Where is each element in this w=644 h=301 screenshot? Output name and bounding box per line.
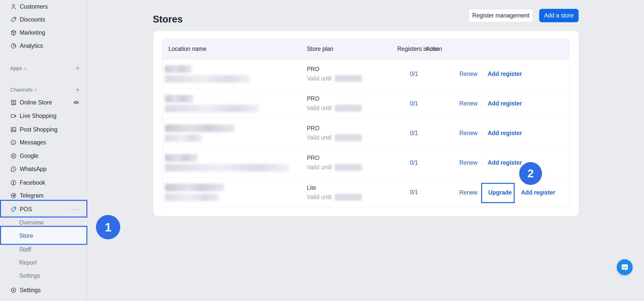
- sidebar-item-label: Google: [20, 153, 38, 159]
- pie-chart-icon: [10, 42, 17, 49]
- sidebar-item-analytics[interactable]: Analytics: [0, 39, 87, 52]
- sidebar-item-online-store[interactable]: Online Store: [0, 96, 87, 109]
- sidebar-item-label: Post Shopping: [20, 126, 58, 133]
- plan-name: PRO: [307, 66, 362, 73]
- valid-until-label: Valid until: [307, 164, 332, 171]
- pos-tag-icon: [10, 206, 17, 213]
- add-register-link[interactable]: Add register: [488, 159, 522, 166]
- sidebar-subitem-settings[interactable]: Settings: [0, 269, 87, 282]
- sidebar-item-discounts[interactable]: Discounts: [0, 13, 87, 26]
- cube-icon: [10, 29, 17, 36]
- sidebar-item-whatsapp[interactable]: WhatsApp: [0, 162, 87, 176]
- sidebar-item-customers[interactable]: Customers: [0, 0, 87, 13]
- upgrade-link[interactable]: Upgrade: [488, 189, 512, 196]
- sidebar-item-label: Messages: [20, 139, 46, 146]
- sidebar-item-google[interactable]: G Google: [0, 149, 87, 162]
- table-row: PRO Valid until 0/1 Renew Add register: [162, 59, 569, 89]
- renew-link[interactable]: Renew: [459, 189, 478, 196]
- image-icon: [10, 126, 17, 133]
- sidebar-item-label: WhatsApp: [20, 166, 46, 173]
- registers-in-use-value[interactable]: 0/1: [397, 178, 431, 207]
- renew-link[interactable]: Renew: [459, 130, 478, 137]
- store-plan-cell: Lite Valid until: [307, 178, 362, 207]
- sidebar-subitem-label: Overview: [19, 219, 43, 226]
- redacted-text: [165, 65, 191, 73]
- sidebar-subitem-label: Settings: [19, 272, 40, 279]
- add-a-store-button[interactable]: Add a store: [539, 9, 579, 22]
- redacted-text: [165, 184, 224, 191]
- sidebar-item-label: Facebook: [20, 179, 45, 186]
- sidebar-subitem-staff[interactable]: Staff: [0, 243, 87, 256]
- telegram-icon: [10, 192, 17, 199]
- chat-bubble-icon: [10, 139, 17, 146]
- preview-eye-icon[interactable]: [73, 99, 80, 106]
- renew-link[interactable]: Renew: [459, 100, 478, 107]
- table-row: PRO Valid until 0/1 Renew Add register: [162, 148, 569, 178]
- sidebar-item-marketing[interactable]: Marketing: [0, 26, 87, 39]
- action-separator: [482, 159, 482, 166]
- location-name-redacted: [165, 148, 289, 177]
- svg-text:G: G: [12, 154, 15, 158]
- table-header-row: Location name Store plan Registers in us…: [162, 39, 569, 59]
- location-name-redacted: [165, 118, 234, 148]
- add-register-link[interactable]: Add register: [488, 71, 522, 77]
- redacted-date: [335, 194, 362, 201]
- redacted-text: [165, 154, 198, 162]
- gear-icon: [10, 287, 17, 294]
- add-channel-button[interactable]: +: [75, 85, 80, 94]
- sidebar: Customers Discounts Marketing Analytics …: [0, 0, 87, 301]
- valid-until-label: Valid until: [307, 134, 332, 141]
- chevron-right-icon: ›: [35, 87, 37, 92]
- action-separator: [482, 70, 482, 78]
- action-separator: [482, 129, 482, 137]
- redacted-date: [335, 75, 362, 82]
- redacted-text: [165, 134, 202, 142]
- add-app-button[interactable]: +: [75, 64, 80, 73]
- sidebar-subitem-store[interactable]: Store: [0, 227, 87, 245]
- register-management-button[interactable]: Register management: [468, 9, 533, 22]
- group-label: Apps: [10, 65, 22, 71]
- sidebar-item-post-shopping[interactable]: Post Shopping: [0, 123, 87, 136]
- redacted-date: [335, 105, 362, 112]
- sidebar-subitem-label: Staff: [19, 246, 31, 253]
- store-plan-cell: PRO Valid until: [307, 59, 362, 89]
- sidebar-item-label: Live Shopping: [20, 113, 57, 119]
- tag-icon: [10, 16, 17, 23]
- page-title: Stores: [153, 14, 183, 25]
- sidebar-item-label: Marketing: [20, 29, 45, 36]
- sidebar-item-pos[interactable]: POS ···: [0, 203, 87, 216]
- chat-messenger-icon: [621, 263, 629, 272]
- registers-in-use-value[interactable]: 0/1: [397, 148, 431, 177]
- sidebar-item-label: POS: [20, 206, 32, 213]
- sidebar-item-live-shopping[interactable]: Live Shopping: [0, 109, 87, 122]
- valid-until-label: Valid until: [307, 194, 332, 201]
- column-header-location-name: Location name: [168, 39, 207, 59]
- add-register-link[interactable]: Add register: [488, 130, 522, 137]
- redacted-text: [165, 95, 193, 102]
- sidebar-item-facebook[interactable]: Facebook: [0, 176, 87, 189]
- sidebar-item-messages[interactable]: Messages: [0, 136, 87, 149]
- registers-in-use-value[interactable]: 0/1: [397, 118, 431, 148]
- sidebar-group-channels[interactable]: Channels › +: [0, 84, 87, 95]
- registers-in-use-value[interactable]: 0/1: [397, 59, 431, 89]
- sidebar-group-apps[interactable]: Apps › +: [0, 63, 87, 74]
- redacted-text: [165, 194, 219, 201]
- sidebar-item-settings[interactable]: Settings: [0, 284, 87, 297]
- sidebar-item-label: Settings: [20, 287, 41, 294]
- more-ellipsis[interactable]: ···: [72, 205, 80, 213]
- location-name-redacted: [165, 89, 259, 118]
- renew-link[interactable]: Renew: [459, 159, 478, 166]
- chat-launcher-button[interactable]: [617, 259, 633, 275]
- sidebar-subitem-report[interactable]: Report: [0, 256, 87, 269]
- chevron-right-icon: ›: [24, 66, 27, 71]
- plan-name: PRO: [307, 125, 362, 132]
- redacted-text: [165, 105, 259, 112]
- renew-link[interactable]: Renew: [459, 71, 478, 77]
- sidebar-item-label: Analytics: [20, 42, 43, 49]
- sidebar-item-telegram[interactable]: Telegram: [0, 189, 87, 202]
- plan-name: PRO: [307, 155, 362, 161]
- registers-in-use-value[interactable]: 0/1: [397, 89, 431, 118]
- whatsapp-icon: [10, 166, 17, 173]
- add-register-link[interactable]: Add register: [488, 100, 522, 107]
- add-register-link[interactable]: Add register: [521, 189, 555, 196]
